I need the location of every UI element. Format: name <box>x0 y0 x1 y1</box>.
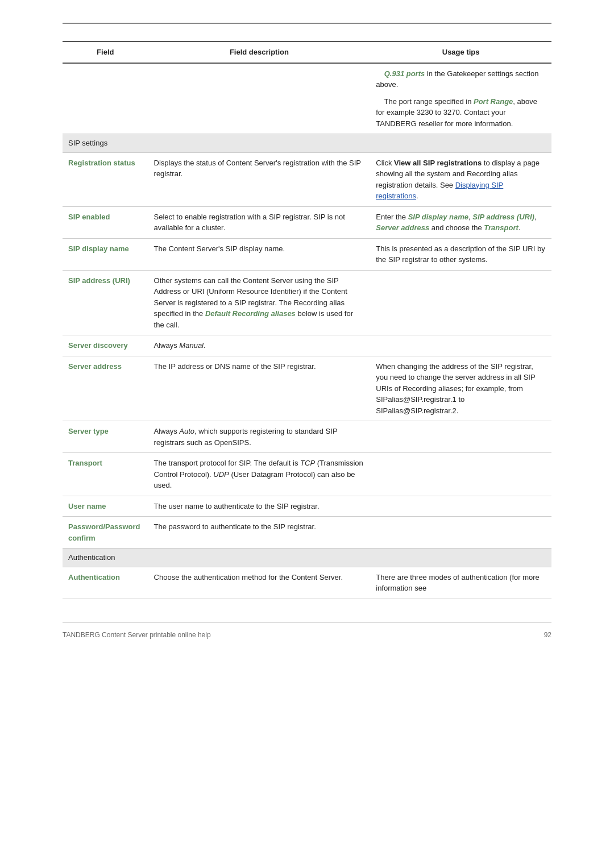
manual-italic: Manual <box>179 341 204 350</box>
table-row: SIP enabled Select to enable registratio… <box>63 206 551 238</box>
usage-transport <box>370 453 551 496</box>
table-row: Server type Always Auto, which supports … <box>63 421 551 453</box>
field-registration-status: Registration status <box>63 152 148 206</box>
table-row: SIP display name The Content Server's SI… <box>63 238 551 270</box>
header-usage: Usage tips <box>370 41 551 63</box>
usage-server-type <box>370 421 551 453</box>
desc-sip-enabled: Select to enable registration with a SIP… <box>148 206 371 238</box>
usage-user-name <box>370 496 551 517</box>
field-user-name: User name <box>63 496 148 517</box>
field-password: Password/Password confirm <box>63 517 148 549</box>
desc-registration-status: Displays the status of Content Server's … <box>148 152 371 206</box>
transport-link[interactable]: Transport <box>484 223 518 232</box>
desc-sip-display-name: The Content Server's SIP display name. <box>148 238 371 270</box>
desc-user-name: The user name to authenticate to the SIP… <box>148 496 371 517</box>
server-address-link[interactable]: Server address <box>376 223 429 232</box>
table-row: Server address The IP address or DNS nam… <box>63 356 551 421</box>
page-container: Field Field description Usage tips Q.931… <box>63 0 551 673</box>
udp-italic: UDP <box>213 470 229 479</box>
table-row: Transport The transport protocol for SIP… <box>63 453 551 496</box>
intro-usage: Q.931 ports in the Gatekeeper settings s… <box>370 63 551 134</box>
field-sip-enabled: SIP enabled <box>63 206 148 238</box>
sip-display-name-link[interactable]: SIP display name <box>408 213 468 221</box>
table-row: Password/Password confirm The password t… <box>63 517 551 549</box>
usage-sip-address <box>370 270 551 335</box>
auto-italic: Auto <box>179 427 194 435</box>
field-authentication: Authentication <box>63 567 148 599</box>
sip-address-link[interactable]: SIP address (URI) <box>472 213 534 221</box>
footer-text: TANDBERG Content Server printable online… <box>63 631 211 639</box>
port-range-link[interactable]: Port Range <box>474 97 513 106</box>
q931-link[interactable]: Q.931 ports <box>384 69 425 78</box>
intro-row: Q.931 ports in the Gatekeeper settings s… <box>63 63 551 134</box>
usage-sip-display-name: This is presented as a description of th… <box>370 238 551 270</box>
page-number: 92 <box>544 631 551 639</box>
main-table: Field Field description Usage tips Q.931… <box>63 41 551 599</box>
usage-sip-enabled: Enter the SIP display name, SIP address … <box>370 206 551 238</box>
section-authentication: Authentication <box>63 549 551 567</box>
view-all-sip-bold: View all SIP registrations <box>394 159 482 167</box>
desc-transport: The transport protocol for SIP. The defa… <box>148 453 371 496</box>
field-transport: Transport <box>63 453 148 496</box>
usage-authentication: There are three modes of authentication … <box>370 567 551 599</box>
table-row: SIP address (URI) Other systems can call… <box>63 270 551 335</box>
table-row: User name The user name to authenticate … <box>63 496 551 517</box>
default-recording-link[interactable]: Default Recording aliases <box>205 309 296 318</box>
tcp-italic: TCP <box>300 459 315 467</box>
desc-server-type: Always Auto, which supports registering … <box>148 421 371 453</box>
field-server-address: Server address <box>63 356 148 421</box>
intro-field <box>63 63 148 134</box>
header-field: Field <box>63 41 148 63</box>
field-sip-address: SIP address (URI) <box>63 270 148 335</box>
top-rule <box>63 23 551 24</box>
usage-server-address: When changing the address of the SIP reg… <box>370 356 551 421</box>
page-footer: TANDBERG Content Server printable online… <box>63 622 551 639</box>
usage-server-discovery <box>370 335 551 356</box>
usage-registration-status: Click View all SIP registrations to disp… <box>370 152 551 206</box>
table-header-row: Field Field description Usage tips <box>63 41 551 63</box>
desc-password: The password to authenticate to the SIP … <box>148 517 371 549</box>
desc-server-discovery: Always Manual. <box>148 335 371 356</box>
field-server-type: Server type <box>63 421 148 453</box>
displaying-sip-link[interactable]: Displaying SIP registrations <box>376 181 503 201</box>
desc-server-address: The IP address or DNS name of the SIP re… <box>148 356 371 421</box>
field-server-discovery: Server discovery <box>63 335 148 356</box>
usage-password <box>370 517 551 549</box>
desc-sip-address: Other systems can call the Content Serve… <box>148 270 371 335</box>
section-authentication-label: Authentication <box>63 549 551 567</box>
section-sip-settings: SIP settings <box>63 134 551 153</box>
table-row: Registration status Displays the status … <box>63 152 551 206</box>
intro-desc <box>148 63 371 134</box>
header-description: Field description <box>148 41 371 63</box>
field-sip-display-name: SIP display name <box>63 238 148 270</box>
table-row: Server discovery Always Manual. <box>63 335 551 356</box>
table-row: Authentication Choose the authentication… <box>63 567 551 599</box>
desc-authentication: Choose the authentication method for the… <box>148 567 371 599</box>
section-sip-label: SIP settings <box>63 134 551 153</box>
